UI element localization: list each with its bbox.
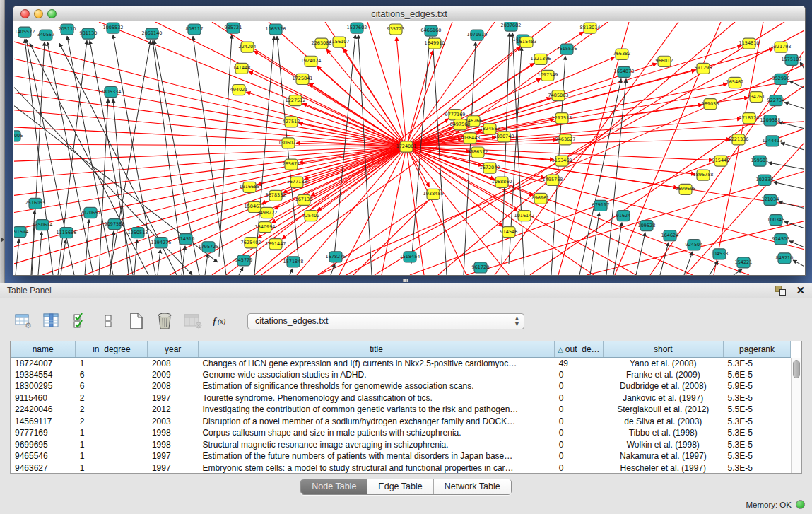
graph-node[interactable]: 922734	[767, 95, 785, 106]
table-row[interactable]: 1830029562008Estimation of significance …	[11, 380, 791, 392]
graph-node[interactable]: 2087682	[501, 22, 522, 31]
tab-network-table[interactable]: Network Table	[433, 479, 511, 494]
graph-node[interactable]: 494021	[230, 84, 248, 95]
graph-node[interactable]: 3498222	[257, 207, 278, 218]
graph-node[interactable]: 427512	[283, 117, 300, 127]
graph-node[interactable]: 164624	[661, 230, 679, 241]
graph-node[interactable]: 100345	[767, 215, 785, 226]
graph-node[interactable]: 1244413	[763, 136, 783, 146]
graph-node[interactable]: 766382	[613, 49, 631, 59]
function-builder-button[interactable]: ƒ (x)	[211, 310, 232, 332]
graph-node[interactable]: 2020657	[81, 207, 101, 218]
graph-node[interactable]: 1250513	[128, 228, 148, 238]
graph-node[interactable]: 2069140	[142, 28, 163, 39]
graph-node[interactable]: 914546	[500, 227, 518, 238]
column-header-pagerank[interactable]: pagerank	[724, 341, 791, 357]
graph-node[interactable]: 224204	[239, 42, 257, 52]
graph-node[interactable]: 1575107	[782, 54, 802, 65]
graph-node[interactable]: 165462	[726, 77, 744, 88]
graph-node[interactable]: 1571848	[283, 257, 304, 267]
graph-node[interactable]: 924503	[772, 234, 790, 245]
table-select-dropdown[interactable]: citations_edges.txt ▲▼	[247, 313, 524, 329]
graph-node[interactable]: 845210	[776, 253, 794, 264]
graph-node[interactable]: 7485063	[548, 90, 569, 101]
table-row[interactable]: 946362711997Embryonic stem cells: a mode…	[11, 462, 791, 474]
select-column-button[interactable]	[41, 310, 62, 332]
graph-node[interactable]: 285671	[283, 159, 300, 170]
citation-network-graph[interactable]: 1405572 340557 205110 931130 1005532 206…	[14, 22, 804, 275]
node-table-grid[interactable]: namein_degreeyeartitle△out_de…shortpager…	[11, 341, 791, 474]
graph-node[interactable]: 1895758	[693, 170, 714, 180]
graph-node[interactable]: 1221793	[771, 42, 792, 52]
graph-node[interactable]: 1221396	[531, 54, 551, 64]
graph-node[interactable]: 1672040	[480, 163, 500, 173]
show-columns-button[interactable]	[69, 310, 90, 332]
tab-node-table[interactable]: Node Table	[301, 479, 367, 494]
graph-node[interactable]: 1016142	[514, 210, 535, 221]
graph-node[interactable]: 896961	[532, 193, 550, 204]
graph-node[interactable]: 91624	[616, 210, 631, 221]
graph-node[interactable]: 1350614	[33, 220, 53, 230]
zoom-window-button[interactable]	[47, 9, 57, 18]
tab-edge-table[interactable]: Edge Table	[367, 479, 433, 494]
graph-node[interactable]: 1677133	[287, 177, 307, 187]
close-panel-icon[interactable]: ✕	[796, 286, 805, 296]
column-header-title[interactable]: title	[198, 341, 554, 357]
graph-node[interactable]: 234261	[748, 92, 765, 103]
graph-node[interactable]: 924504	[686, 240, 703, 250]
panel-divider-grip[interactable]	[403, 279, 408, 282]
graph-node[interactable]: 1664878	[614, 66, 635, 77]
graph-node[interactable]: 5678332	[266, 190, 286, 201]
graph-node[interactable]: 2718120	[739, 113, 760, 124]
graph-node[interactable]: 6466160	[421, 25, 442, 36]
window-titlebar[interactable]: citations_edges.txt	[13, 6, 805, 21]
graph-node[interactable]: 679197	[592, 200, 610, 211]
graph-node[interactable]: 952996	[772, 74, 790, 84]
hide-columns-button[interactable]	[98, 310, 119, 332]
scrollbar-thumb[interactable]	[793, 360, 800, 378]
column-header-year[interactable]: year	[148, 341, 198, 357]
graph-node[interactable]: 9699695	[676, 184, 696, 194]
graph-node[interactable]: 102334	[756, 175, 774, 185]
graph-node[interactable]: 253005	[14, 131, 23, 141]
graph-node[interactable]: 109528	[638, 221, 656, 231]
graph-node[interactable]: 7515526	[557, 44, 577, 54]
graph-node[interactable]: 1678275	[326, 252, 346, 262]
table-row[interactable]: 977716911998Corpus callosum shape and si…	[11, 427, 791, 439]
table-row[interactable]: 1938455462009Genome-wide association stu…	[11, 369, 791, 381]
graph-node[interactable]: 1924024	[301, 56, 322, 66]
panel-expand-handle[interactable]	[1, 237, 4, 243]
graph-node[interactable]: 1005532	[103, 23, 124, 33]
graph-node[interactable]: 989035	[702, 99, 719, 110]
table-scrollbar[interactable]	[791, 358, 801, 473]
column-header-out_de[interactable]: △out_de…	[555, 341, 603, 357]
table-row[interactable]: 946554611997Estimation of the future num…	[11, 450, 791, 462]
graph-node[interactable]: 725402	[302, 210, 320, 221]
graph-node[interactable]: 945779	[235, 255, 253, 266]
graph-node[interactable]: 1154810	[739, 38, 760, 49]
graph-node[interactable]: 205110	[59, 24, 76, 35]
graph-node[interactable]: 8813014	[580, 23, 601, 33]
graph-node[interactable]: 154221	[735, 257, 753, 268]
graph-node[interactable]: 121034	[762, 194, 779, 205]
table-row[interactable]: 1872400712008Changes of HCN gene express…	[11, 357, 791, 369]
graph-node[interactable]: 114519	[177, 234, 195, 245]
graph-node[interactable]: 1691447	[266, 239, 286, 250]
close-window-button[interactable]	[20, 9, 30, 18]
graph-node[interactable]: 104533	[711, 249, 729, 259]
graph-node[interactable]: 1527602	[347, 23, 367, 33]
graph-node[interactable]: 391594	[14, 227, 28, 238]
minimize-window-button[interactable]	[34, 9, 43, 18]
graph-node[interactable]: 1649910	[425, 38, 445, 49]
table-row[interactable]: 911546021997Tourette syndrome. Phenomeno…	[11, 392, 791, 404]
graph-node[interactable]: 141448	[233, 63, 251, 74]
graph-node[interactable]: 806117	[186, 24, 204, 35]
graph-node[interactable]: 1795725	[199, 242, 219, 252]
graph-node[interactable]: 1115686	[57, 228, 77, 238]
graph-node[interactable]: 1938455	[423, 189, 444, 199]
graph-node[interactable]: 9097588	[105, 219, 125, 230]
graph-node[interactable]: 1615483	[517, 37, 537, 47]
graph-node[interactable]: 1153469	[552, 156, 572, 166]
graph-node[interactable]: 1405572	[15, 27, 35, 37]
graph-node[interactable]: 159581	[751, 156, 769, 166]
